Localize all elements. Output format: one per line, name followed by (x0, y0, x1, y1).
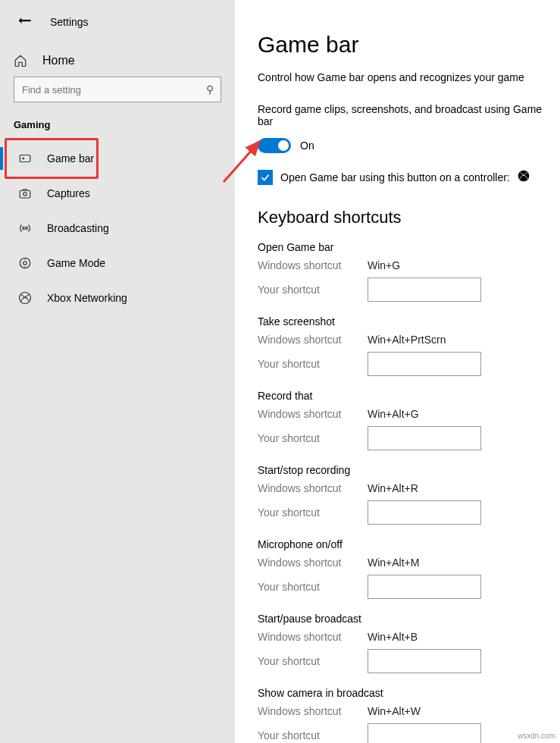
shortcut-title: Microphone on/off (258, 538, 560, 550)
shortcut-group: Take screenshotWindows shortcutWin+Alt+P… (258, 315, 560, 376)
broadcasting-icon (18, 221, 32, 235)
watermark: wsxdn.com (518, 732, 555, 740)
record-toggle[interactable] (258, 138, 291, 153)
windows-shortcut-label: Windows shortcut (258, 259, 368, 271)
your-shortcut-input[interactable] (368, 500, 481, 525)
your-shortcut-input[interactable] (368, 649, 481, 673)
sidebar-item-label: Game Mode (47, 257, 105, 269)
windows-shortcut-label: Windows shortcut (258, 482, 368, 494)
sidebar-item-label: Xbox Networking (47, 292, 127, 304)
your-shortcut-label: Your shortcut (258, 358, 368, 370)
shortcut-title: Start/stop recording (258, 464, 560, 476)
page-description: Control how Game bar opens and recognize… (258, 71, 560, 83)
back-button[interactable]: 🠔 (18, 14, 32, 30)
your-shortcut-input[interactable] (368, 575, 481, 599)
game-bar-icon (18, 152, 32, 165)
record-description: Record game clips, screenshots, and broa… (258, 103, 560, 127)
windows-shortcut-label: Windows shortcut (258, 556, 368, 569)
nav-home[interactable]: Home (0, 45, 235, 77)
svg-point-5 (24, 227, 27, 230)
windows-shortcut-value: Win+Alt+PrtScrn (368, 334, 446, 346)
svg-point-4 (23, 193, 27, 196)
your-shortcut-input[interactable] (368, 426, 481, 450)
shortcut-title: Start/pause broadcast (258, 613, 560, 625)
svg-point-7 (23, 262, 27, 265)
windows-shortcut-label: Windows shortcut (258, 408, 368, 420)
section-label: Gaming (0, 118, 235, 141)
shortcut-title: Open Game bar (258, 241, 560, 253)
shortcut-title: Take screenshot (258, 315, 560, 328)
sidebar-item-label: Captures (47, 187, 90, 199)
shortcut-group: Show camera in broadcastWindows shortcut… (258, 687, 560, 743)
windows-shortcut-value: Win+Alt+M (368, 556, 419, 569)
your-shortcut-label: Your shortcut (258, 432, 368, 444)
windows-shortcut-value: Win+G (368, 259, 400, 271)
your-shortcut-label: Your shortcut (258, 729, 368, 741)
windows-shortcut-value: Win+Alt+G (368, 408, 419, 420)
svg-rect-3 (20, 190, 30, 198)
search-input[interactable] (14, 77, 221, 102)
sidebar-item-captures[interactable]: Captures (0, 176, 235, 211)
your-shortcut-label: Your shortcut (258, 655, 368, 667)
your-shortcut-input[interactable] (368, 723, 481, 743)
window-title: Settings (50, 16, 89, 28)
sidebar-item-xbox-networking[interactable]: Xbox Networking (0, 281, 235, 315)
your-shortcut-label: Your shortcut (258, 506, 368, 519)
your-shortcut-label: Your shortcut (258, 581, 368, 593)
captures-icon (18, 187, 32, 200)
shortcut-group: Microphone on/offWindows shortcutWin+Alt… (258, 538, 560, 599)
shortcut-group: Start/pause broadcastWindows shortcutWin… (258, 613, 560, 673)
game-mode-icon (18, 256, 32, 270)
windows-shortcut-value: Win+Alt+R (368, 482, 418, 494)
svg-rect-0 (20, 155, 30, 162)
your-shortcut-input[interactable] (368, 352, 481, 376)
sidebar-item-broadcasting[interactable]: Broadcasting (0, 211, 235, 246)
windows-shortcut-label: Windows shortcut (258, 334, 368, 346)
nav-home-label: Home (42, 54, 75, 67)
sidebar-item-game-bar[interactable]: Game bar (0, 141, 235, 176)
shortcut-group: Start/stop recordingWindows shortcutWin+… (258, 464, 560, 525)
your-shortcut-input[interactable] (368, 277, 481, 302)
controller-checkbox[interactable] (258, 170, 273, 185)
main-content: Game bar Control how Game bar opens and … (235, 0, 560, 743)
shortcut-group: Record thatWindows shortcutWin+Alt+GYour… (258, 390, 560, 450)
checkbox-label: Open Game bar using this button on a con… (280, 171, 510, 183)
xbox-networking-icon (18, 291, 32, 305)
xbox-icon (518, 170, 530, 185)
shortcuts-heading: Keyboard shortcuts (258, 208, 560, 227)
shortcut-group: Open Game barWindows shortcutWin+GYour s… (258, 241, 560, 302)
your-shortcut-label: Your shortcut (258, 284, 368, 296)
toggle-state-label: On (300, 140, 314, 152)
sidebar: 🠔 Settings Home ⚲ Gaming Game bar Captur… (0, 0, 235, 743)
shortcut-title: Record that (258, 390, 560, 402)
windows-shortcut-value: Win+Alt+B (368, 631, 418, 643)
windows-shortcut-label: Windows shortcut (258, 631, 368, 643)
sidebar-item-label: Broadcasting (47, 222, 109, 234)
sidebar-item-game-mode[interactable]: Game Mode (0, 246, 235, 281)
windows-shortcut-label: Windows shortcut (258, 705, 368, 717)
home-icon (14, 54, 27, 67)
sidebar-item-label: Game bar (47, 152, 94, 165)
shortcut-title: Show camera in broadcast (258, 687, 560, 699)
windows-shortcut-value: Win+Alt+W (368, 705, 421, 717)
page-title: Game bar (258, 32, 560, 58)
